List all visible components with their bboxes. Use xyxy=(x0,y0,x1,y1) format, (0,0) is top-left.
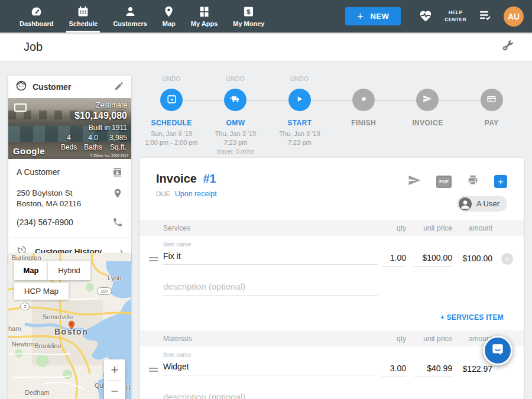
material-qty-input[interactable] xyxy=(381,362,406,377)
add-invoice-button[interactable]: + xyxy=(494,175,507,188)
nav-item-customers[interactable]: Customers xyxy=(105,0,154,33)
nav-item-my-apps[interactable]: My Apps xyxy=(183,0,225,33)
help-line1: HELP xyxy=(445,9,466,16)
property-photo[interactable]: Zestimate $10,149,080 Built in 1911 4Bed… xyxy=(8,98,131,159)
timeline-step-pay: PAY xyxy=(460,76,524,156)
amount-column-header: amount xyxy=(452,224,492,232)
invoice-toolbar: PDF + xyxy=(407,173,507,190)
service-line-item: Item name $100.00 × xyxy=(140,236,524,281)
map-type-map-button[interactable]: Map xyxy=(14,261,48,280)
pencil-edit-icon[interactable] xyxy=(114,81,124,93)
customer-card-header: Customer xyxy=(8,76,131,98)
start-step-button[interactable] xyxy=(288,89,311,111)
send-invoice-icon[interactable] xyxy=(407,173,421,190)
step-dates: Thu, Jan 3 '197:23 pmtravel: 0 mins xyxy=(203,129,267,156)
drag-handle[interactable] xyxy=(149,257,158,263)
service-description-input[interactable] xyxy=(163,281,378,296)
undo-link[interactable]: UNDO xyxy=(203,76,267,83)
due-terms-link[interactable]: Upon receipt xyxy=(175,190,217,198)
chat-support-button[interactable] xyxy=(483,336,512,365)
play-icon xyxy=(294,93,305,107)
omw-step-button[interactable] xyxy=(224,89,246,111)
contact-card-icon[interactable] xyxy=(112,167,123,180)
material-description-input[interactable] xyxy=(163,391,378,399)
invoice-header: Invoice #1 DUE Upon receipt PDF + A User xyxy=(140,158,524,220)
service-item-name-input[interactable] xyxy=(163,250,378,265)
heart-pulse-icon[interactable] xyxy=(418,8,433,25)
invoice-number[interactable]: #1 xyxy=(203,172,216,185)
calendar-icon xyxy=(77,5,89,18)
location-pin-icon[interactable] xyxy=(112,188,123,201)
job-location-pin[interactable] xyxy=(66,318,77,335)
material-line-item: Item name $122.97 xyxy=(140,346,524,391)
material-unit-price-input[interactable] xyxy=(414,362,452,377)
stop-icon xyxy=(359,94,369,106)
map-label-hingham: Hi xyxy=(126,384,131,391)
timeline-step-invoice: INVOICE xyxy=(395,76,459,156)
map-type-control: Map Hybrid xyxy=(14,261,90,280)
send-icon xyxy=(422,93,433,106)
credit-card-icon xyxy=(486,93,497,107)
nav-label: Customers xyxy=(113,20,147,27)
activity-checklist-icon[interactable] xyxy=(478,8,492,25)
avatar[interactable]: AU xyxy=(504,7,524,27)
qty-column-header: qty xyxy=(353,335,406,343)
service-unit-price-input[interactable] xyxy=(414,252,452,267)
grid-icon xyxy=(198,5,210,18)
printer-icon[interactable] xyxy=(466,174,479,189)
map-label-waltham: ham xyxy=(8,325,21,332)
service-qty-input[interactable] xyxy=(381,252,406,267)
add-services-item-link[interactable]: + SERVICES ITEM xyxy=(440,313,504,322)
nav-item-my-money[interactable]: $ My Money xyxy=(225,0,272,33)
pay-step-button[interactable] xyxy=(481,89,503,111)
zestimate-value: $10,149,080 xyxy=(61,110,127,121)
undo-link[interactable]: UNDO xyxy=(140,76,203,83)
nav-item-map[interactable]: Map xyxy=(155,0,183,33)
customer-name: A Customer xyxy=(17,167,60,178)
map-type-hybrid-button[interactable]: Hybrid xyxy=(48,261,90,280)
customer-name-row: A Customer xyxy=(17,167,123,180)
invoice-step-button[interactable] xyxy=(416,89,439,111)
drag-handle[interactable] xyxy=(149,368,158,374)
job-settings-wrench-gear-icon[interactable] xyxy=(501,39,514,54)
help-center-button[interactable]: HELP CENTER xyxy=(445,9,466,23)
step-label: SCHEDULE xyxy=(140,119,203,127)
nav-item-dashboard[interactable]: Dashboard xyxy=(12,0,61,33)
nav-label: Schedule xyxy=(69,20,98,27)
stat-baths: 4.0Baths xyxy=(84,134,102,152)
phone-icon[interactable] xyxy=(112,217,123,230)
remove-item-icon[interactable]: × xyxy=(501,253,513,265)
map-widget[interactable]: Burlington Lynn 107 93 2 Somerville ham … xyxy=(8,253,131,399)
due-label: DUE xyxy=(156,190,170,197)
route-2-shield: 2 xyxy=(20,303,30,310)
undo-link xyxy=(332,76,395,83)
zoom-in-button[interactable]: + xyxy=(104,359,125,380)
timeline-step-omw: UNDO OMW Thu, Jan 3 '197:23 pmtravel: 0 … xyxy=(203,76,267,156)
zoom-out-button[interactable]: − xyxy=(104,381,125,399)
hcp-map-button[interactable]: HCP Map xyxy=(14,283,69,300)
service-description-row xyxy=(140,281,524,307)
assignee-pill[interactable]: A User xyxy=(457,196,507,212)
map-zoom-control: + − xyxy=(104,359,125,399)
nav-label: My Money xyxy=(233,20,264,27)
unit-price-column-header: unit price xyxy=(406,224,452,232)
pdf-icon[interactable]: PDF xyxy=(436,176,452,188)
item-name-label: Item name xyxy=(163,241,378,248)
stat-sqft: 3,985Sq.ft. xyxy=(109,134,127,152)
built-year: Built in 1911 xyxy=(61,124,127,132)
step-label: START xyxy=(268,119,332,127)
finish-step-button[interactable] xyxy=(352,89,375,111)
new-button[interactable]: + NEW xyxy=(345,7,401,25)
nav-item-schedule[interactable]: Schedule xyxy=(61,0,105,33)
qty-column-header: qty xyxy=(353,224,406,232)
step-dates: Sun, Jan 6 '191:00 pm - 2:00 pm xyxy=(140,129,203,147)
material-item-name-input[interactable] xyxy=(163,361,378,375)
map-label-lynn: Lynn xyxy=(108,274,121,281)
page-header: Job xyxy=(0,33,532,61)
schedule-step-button[interactable] xyxy=(160,89,183,111)
main-column: UNDO SCHEDULE Sun, Jan 6 '191:00 pm - 2:… xyxy=(140,76,524,399)
top-navbar: Dashboard Schedule Customers Map My Apps… xyxy=(0,0,532,33)
assignee-avatar xyxy=(459,197,472,210)
undo-link[interactable]: UNDO xyxy=(268,76,332,83)
zillow-attribution: © Zillow, Inc. 2006-2017 xyxy=(90,154,128,157)
